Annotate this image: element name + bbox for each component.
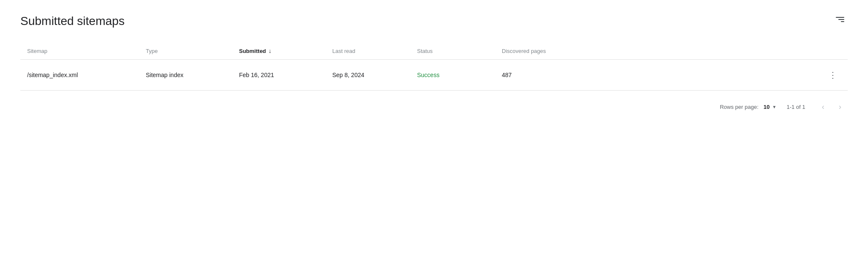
col-label-submitted: Submitted (239, 48, 266, 54)
col-label-type: Type (146, 48, 158, 54)
prev-page-button[interactable]: ‹ (815, 99, 831, 114)
sort-desc-icon: ↓ (269, 47, 272, 54)
rows-per-page-control: Rows per page: 10 ▼ (720, 104, 776, 110)
col-label-sitemap: Sitemap (27, 48, 47, 54)
prev-icon: ‹ (822, 103, 824, 111)
sitemap-link[interactable]: /sitemap_index.xml (27, 72, 78, 78)
col-label-discovered-pages: Discovered pages (502, 48, 546, 54)
cell-status: Success (410, 72, 495, 78)
cell-last-read: Sep 8, 2024 (326, 72, 410, 78)
pagination-info: 1-1 of 1 (787, 104, 805, 110)
rows-per-page-select[interactable]: 10 ▼ (764, 104, 776, 110)
filter-line-3 (841, 21, 844, 22)
cell-submitted: Feb 16, 2021 (232, 72, 326, 78)
page-title: Submitted sitemaps (20, 14, 125, 29)
table-row: /sitemap_index.xml Sitemap index Feb 16,… (20, 60, 848, 91)
col-header-last-read: Last read (326, 48, 410, 54)
cell-discovered-pages: 487 ⋮ (495, 68, 848, 82)
col-header-status: Status (410, 48, 495, 54)
rows-per-page-label: Rows per page: (720, 104, 758, 110)
cell-type: Sitemap index (139, 72, 232, 78)
col-header-submitted[interactable]: Submitted ↓ (232, 47, 326, 54)
col-header-sitemap: Sitemap (20, 48, 139, 54)
next-icon: › (839, 103, 841, 111)
row-more-button[interactable]: ⋮ (824, 68, 841, 82)
table-footer: Rows per page: 10 ▼ 1-1 of 1 ‹ › (20, 92, 848, 121)
filter-button[interactable] (832, 14, 848, 25)
page-container: Submitted sitemaps Sitemap Type Submitte… (0, 0, 868, 135)
header-row: Submitted sitemaps (20, 14, 848, 29)
filter-line-2 (838, 19, 844, 20)
rows-per-page-dropdown-icon: ▼ (772, 105, 776, 109)
discovered-pages-value: 487 (502, 72, 824, 78)
cell-sitemap: /sitemap_index.xml (20, 72, 139, 78)
col-header-discovered-pages: Discovered pages (495, 48, 848, 54)
col-label-last-read: Last read (332, 48, 355, 54)
sitemaps-table: Sitemap Type Submitted ↓ Last read Statu… (20, 42, 848, 91)
col-label-status: Status (417, 48, 433, 54)
filter-lines-icon (836, 17, 844, 22)
filter-line-1 (836, 17, 844, 18)
rows-per-page-value: 10 (764, 104, 770, 110)
pagination-nav: ‹ › (815, 99, 848, 114)
next-page-button[interactable]: › (832, 99, 848, 114)
more-icon: ⋮ (829, 71, 837, 79)
col-header-type: Type (139, 48, 232, 54)
table-header: Sitemap Type Submitted ↓ Last read Statu… (20, 42, 848, 60)
